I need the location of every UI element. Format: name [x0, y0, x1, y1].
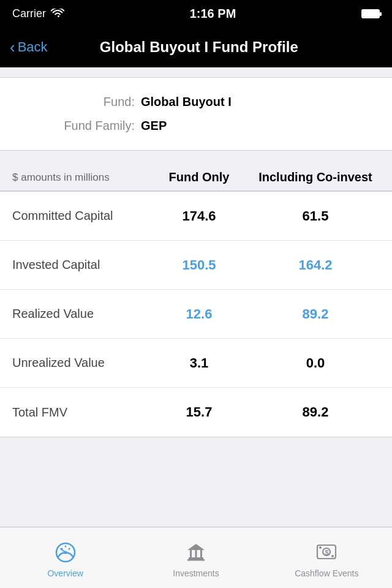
table-row: Committed Capital174.661.5 — [0, 192, 392, 241]
fund-label: Fund: — [18, 95, 141, 109]
nav-bar: ‹ Back Global Buyout I Fund Profile — [0, 27, 392, 67]
row-fund-value: 150.5 — [147, 257, 251, 273]
svg-point-4 — [68, 548, 70, 549]
svg-rect-6 — [189, 557, 203, 559]
row-label: Unrealized Value — [12, 356, 147, 370]
spacer-top — [0, 67, 392, 77]
status-left: Carrier — [12, 7, 64, 20]
row-coinvest-value: 0.0 — [251, 355, 380, 371]
investments-icon — [183, 538, 209, 565]
tab-overview-label: Overview — [47, 568, 83, 578]
battery-icon — [361, 9, 380, 18]
amounts-label: $ amounts in millions — [12, 172, 147, 184]
carrier-label: Carrier — [12, 7, 46, 20]
svg-rect-9 — [200, 550, 202, 557]
row-coinvest-value: 164.2 — [251, 257, 380, 273]
table-row: Realized Value12.689.2 — [0, 290, 392, 339]
row-fund-value: 174.6 — [147, 208, 251, 224]
tab-overview[interactable]: Overview — [0, 538, 130, 578]
tab-cashflow[interactable]: $ Cashflow Events — [262, 538, 392, 578]
cashflow-icon: $ — [313, 538, 340, 565]
row-label: Invested Capital — [12, 258, 147, 272]
status-right — [361, 9, 380, 18]
fund-family-label: Fund Family: — [18, 119, 141, 133]
col2-header: Including Co-invest — [251, 170, 380, 184]
row-label: Realized Value — [12, 307, 147, 321]
col1-header: Fund Only — [147, 170, 251, 184]
row-fund-value: 3.1 — [147, 355, 251, 371]
back-chevron-icon: ‹ — [10, 39, 15, 55]
spacer-mid — [0, 151, 392, 160]
back-button[interactable]: ‹ Back — [10, 39, 48, 55]
row-fund-value: 12.6 — [147, 306, 251, 322]
dashboard-svg — [53, 539, 78, 564]
svg-point-5 — [64, 545, 66, 547]
table-row: Unrealized Value3.10.0 — [0, 339, 392, 388]
tab-investments[interactable]: Investments — [130, 538, 261, 578]
fund-name-row: Fund: Global Buyout I — [18, 90, 374, 114]
tab-cashflow-label: Cashflow Events — [295, 568, 358, 578]
table-row: Invested Capital150.5164.2 — [0, 241, 392, 290]
row-label: Committed Capital — [12, 209, 147, 223]
status-bar: Carrier 1:16 PM — [0, 0, 392, 27]
svg-point-16 — [331, 555, 334, 557]
fund-value: Global Buyout I — [141, 95, 232, 109]
row-fund-value: 15.7 — [147, 404, 251, 420]
row-coinvest-value: 89.2 — [251, 404, 380, 420]
time-display: 1:16 PM — [190, 7, 236, 21]
svg-point-3 — [61, 548, 62, 549]
fund-info-card: Fund: Global Buyout I Fund Family: GEP — [0, 77, 392, 151]
svg-marker-10 — [187, 544, 205, 550]
svg-point-15 — [319, 546, 322, 549]
row-coinvest-value: 61.5 — [251, 208, 380, 224]
fund-family-value: GEP — [141, 119, 167, 133]
content-area: Fund: Global Buyout I Fund Family: GEP $… — [0, 67, 392, 437]
svg-rect-7 — [190, 550, 192, 557]
cashflow-svg: $ — [314, 539, 339, 564]
overview-icon — [52, 538, 79, 565]
tab-investments-label: Investments — [173, 568, 219, 578]
svg-rect-8 — [195, 550, 197, 557]
page-title: Global Buyout I Fund Profile — [53, 39, 345, 56]
wifi-icon — [51, 9, 64, 18]
fund-family-row: Fund Family: GEP — [18, 114, 374, 138]
row-label: Total FMV — [12, 405, 147, 420]
data-table: Committed Capital174.661.5Invested Capit… — [0, 191, 392, 437]
tab-bar: Overview Investments $ — [0, 527, 392, 588]
column-headers: $ amounts in millions Fund Only Includin… — [0, 160, 392, 191]
row-coinvest-value: 89.2 — [251, 306, 380, 322]
table-row: Total FMV15.789.2 — [0, 388, 392, 437]
investments-svg — [184, 539, 208, 564]
svg-rect-11 — [187, 559, 205, 561]
svg-text:$: $ — [325, 549, 329, 556]
back-label: Back — [18, 39, 48, 55]
